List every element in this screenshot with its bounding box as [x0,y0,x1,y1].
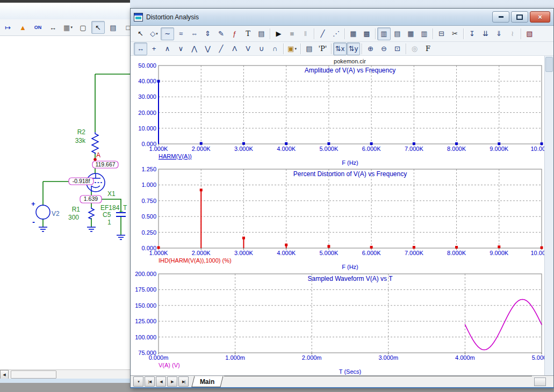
go-to-slope-button[interactable]: ╱ [214,42,228,55]
graphics-mode-button[interactable]: ◇▾ [147,27,161,40]
tube-ref-label: X1 [107,190,116,198]
toolbar-separator [463,28,464,39]
title-bar[interactable]: Distortion Analysis × [131,9,553,26]
plot-grid-columns-button[interactable]: ▥ [418,27,431,40]
grid-options-button[interactable]: ▩ [360,27,373,40]
grid-toggle-button[interactable]: ▦▾ [61,21,75,34]
properties-button[interactable]: ▤ [106,21,120,34]
select-cursor-button[interactable]: ↖ [91,21,105,34]
cursor-mode-button[interactable]: ≈ [174,27,188,40]
tabbar-scroll-thumb[interactable] [534,378,546,386]
line-tool-button[interactable]: ╱ [316,27,329,40]
scale-x-button[interactable]: ⇅x [333,42,347,55]
toolbar-separator [344,28,345,39]
formula-text-icon: ƒ [233,30,236,37]
page-tab-bar: ▾|◀◀▶▶| Main [131,375,553,387]
go-to-high-button[interactable]: Λ [228,42,241,55]
plot-grid-fine-button[interactable]: ▦ [404,27,418,40]
zoom-area-button[interactable]: ⊡ [391,42,404,55]
last-page-button[interactable]: ▶| [178,376,189,387]
horizontal-tag-button[interactable]: ⇔ [188,27,201,40]
first-page-button[interactable]: |◀ [145,376,155,387]
page-button[interactable]: ▢ [76,21,90,34]
trim-plot-button[interactable]: ✂ [448,27,462,40]
polyline-tool-button[interactable]: ⋰ [329,27,343,40]
performance-tag-button[interactable]: ✎ [214,27,228,40]
cursor-free-button[interactable]: + [147,42,161,55]
scrollbar-thumb[interactable] [11,371,56,379]
zoom-out-button[interactable]: ⊖ [377,42,391,55]
vertical-scrollbar-thumb[interactable] [545,57,553,72]
formula-text-button[interactable]: ƒ [228,27,241,40]
go-to-branch-high-button[interactable]: ∩ [268,42,282,55]
numeric-output-button[interactable]: ▤ [303,42,316,55]
go-to-low-button[interactable]: V [241,42,255,55]
zoom-in-button[interactable]: ⊕ [364,42,377,55]
go-to-slope-icon: ╱ [219,45,224,52]
polyline-tool-icon: ⋰ [333,30,340,37]
close-button[interactable]: × [530,11,550,23]
horizontal-scrollbar[interactable]: ◀ [0,369,130,379]
x-tick-label: 6.000K [362,146,382,152]
go-to-small-peak-button[interactable]: ⋀ [188,42,201,55]
cursor-both-button[interactable]: ⇓ [492,27,506,40]
cursor-left-button[interactable]: ↧ [465,27,479,40]
wire-mode-button[interactable]: ↔ [46,21,60,34]
toolbar-separator [362,43,362,54]
dropdown-arrow-icon[interactable]: ▾ [70,25,73,30]
cursor-mode-icon: ≈ [179,30,183,37]
vertical-tag-button[interactable]: ⇕ [201,27,214,40]
go-to-peak-button[interactable]: ∧ [161,42,174,55]
text-mode-button[interactable]: T [241,27,255,40]
cursor-horizontal-button[interactable]: ↔ [134,42,147,55]
split-plot-button[interactable]: ⊟ [435,27,448,40]
run-button[interactable]: ▶ [272,27,285,40]
go-to-small-valley-button[interactable]: ⋁ [201,42,214,55]
go-to-performance-button[interactable]: ▣▾ [285,42,299,55]
properties-window-button[interactable]: ▤ [255,27,268,40]
data-points-button[interactable]: ▧ [523,27,536,40]
next-page-button[interactable]: ▶ [167,376,177,387]
minimize-button[interactable] [492,11,509,23]
scale-mode-button[interactable]: ∼ [161,27,174,40]
restore-button[interactable] [511,11,528,23]
dropdown-arrow-icon[interactable]: ▾ [294,47,297,51]
on-state-button[interactable]: ON [31,21,45,34]
tube-model-label: EF184_T [100,204,127,212]
select-mode-button[interactable]: ↖ [134,27,147,40]
y-tick-label: 50.000 [138,62,156,69]
resistor-r1[interactable] [89,207,94,219]
data-points-icon: ▧ [526,30,533,37]
fourier-button[interactable]: F [421,42,435,55]
chart-title: Percent Distortion of V(A) vs Frequency [293,170,407,178]
cursor-right-button[interactable]: ⇊ [479,27,492,40]
page-select-button[interactable]: ▾ [133,376,143,387]
tab-main[interactable]: Main [191,376,223,387]
dropdown-arrow-icon[interactable]: ▾ [156,32,158,36]
plot-stripes-vertical-button[interactable]: ▥ [377,27,391,40]
plot-stripes-horizontal-button[interactable]: ▤ [391,27,404,40]
v2-plus-label: + [31,200,35,208]
prev-page-button[interactable]: ◀ [156,376,166,387]
scale-y-button[interactable]: ⇅y [347,42,360,55]
resistor-r2[interactable] [92,132,98,154]
node-numbers-button[interactable]: ↦ [1,21,15,34]
power-button[interactable]: ▲ [16,21,30,34]
x-tick-label: 3.000K [234,146,254,152]
restore-icon [516,14,523,20]
schematic-canvas[interactable]: R2 33k X1 R1 300 EF184_T C5 1 V2 + - A 1… [0,35,130,369]
vertical-scrollbar[interactable] [544,56,553,375]
chart-title: Sampled Waveform V(A) vs T [307,275,393,282]
grid-toggle-icon: ▦ [63,24,70,31]
pause-icon: ‖ [304,30,307,37]
ground-symbols [39,227,125,239]
source-v2[interactable] [36,205,50,219]
x-tick-label: 3.000m [378,354,398,361]
go-to-branch-low-button[interactable]: ∪ [255,42,268,55]
go-to-point-button[interactable]: 'P' [316,42,329,55]
go-to-valley-button[interactable]: ∨ [174,42,188,55]
graph-paper-button[interactable]: ▦ [347,27,360,40]
analysis-toolbar-row2: ↔+∧∨⋀⋁╱ΛV∪∩▣▾▤'P'⇅x⇅y⊕⊖⊡◎F [131,42,553,56]
capacitor-c5[interactable] [116,213,126,216]
x-tick-label: 10.000K [531,146,545,152]
